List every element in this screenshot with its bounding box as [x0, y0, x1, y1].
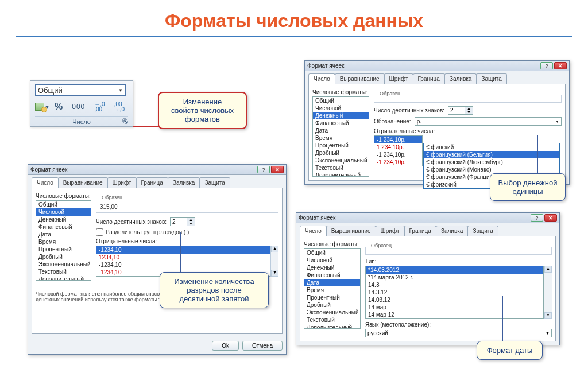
tab-protection[interactable]: Защита: [476, 73, 506, 84]
tab-font[interactable]: Шрифт: [384, 73, 413, 84]
help-button[interactable]: ?: [540, 62, 553, 69]
list-item[interactable]: Общий: [36, 201, 91, 208]
tab-font[interactable]: Шрифт: [107, 177, 137, 188]
decimals-input[interactable]: [171, 218, 187, 226]
list-item[interactable]: Текстовый: [304, 316, 360, 324]
decimals-spinner[interactable]: ▲▼: [448, 106, 473, 115]
list-item[interactable]: -1 234,10р.: [374, 136, 422, 143]
tab-protection[interactable]: Защита: [199, 177, 230, 188]
tab-fill[interactable]: Заливка: [168, 177, 200, 188]
decimals-input[interactable]: [448, 107, 465, 114]
tab-number[interactable]: Число: [32, 177, 59, 188]
close-button[interactable]: ✕: [544, 214, 557, 222]
decrease-decimal-button[interactable]: ,00→,0: [112, 100, 127, 113]
titlebar[interactable]: Формат ячеек ? ✕: [28, 165, 286, 175]
close-button[interactable]: ✕: [271, 166, 284, 173]
tab-fill[interactable]: Заливка: [444, 73, 477, 84]
list-item[interactable]: Процентный: [304, 294, 360, 301]
list-item[interactable]: Денежный: [313, 112, 369, 119]
list-item[interactable]: Числовой: [304, 257, 360, 264]
list-item[interactable]: 14 мар 12: [366, 311, 543, 318]
list-item[interactable]: 1 234,10р.: [374, 143, 422, 151]
cancel-button[interactable]: Отмена: [242, 341, 283, 351]
list-item[interactable]: 1234,10: [96, 254, 270, 261]
list-item[interactable]: 14.3.12: [366, 289, 543, 296]
thousands-checkbox[interactable]: Разделитель групп разрядов ( ): [96, 228, 278, 236]
list-item[interactable]: Процентный: [313, 142, 369, 149]
list-item[interactable]: *14 марта 2012 г.: [366, 274, 543, 281]
tab-border[interactable]: Граница: [136, 177, 168, 188]
list-item[interactable]: € французский (Бельгия): [424, 151, 559, 158]
list-item[interactable]: Процентный: [36, 246, 91, 253]
list-item[interactable]: *14.03.2012: [366, 266, 543, 274]
dialog-launcher-icon[interactable]: [122, 118, 128, 124]
spinner-down[interactable]: ▼: [465, 111, 473, 115]
increase-decimal-button[interactable]: ←,0,00: [92, 100, 107, 113]
list-item[interactable]: 14 мар: [366, 304, 543, 311]
tab-alignment[interactable]: Выравнивание: [335, 73, 385, 84]
spinner-down[interactable]: ▼: [187, 222, 195, 226]
list-item[interactable]: 14.3: [366, 281, 543, 289]
scrollbar[interactable]: ▲▼: [544, 266, 552, 319]
thousand-sep-button[interactable]: 000: [69, 102, 87, 112]
list-item[interactable]: € французский (Люксембург): [424, 158, 559, 166]
tab-fill[interactable]: Заливка: [436, 226, 469, 236]
currency-symbol-select[interactable]: р. ▼: [415, 117, 562, 126]
list-item[interactable]: -1 234,10р.: [374, 151, 422, 158]
close-button[interactable]: ✕: [554, 62, 567, 69]
list-item[interactable]: Числовой: [36, 208, 91, 216]
list-item[interactable]: Финансовый: [36, 223, 91, 231]
tab-border[interactable]: Граница: [404, 226, 436, 236]
list-item[interactable]: -1 234,10р.: [374, 158, 422, 166]
currency-button[interactable]: ▾: [35, 103, 49, 111]
list-item[interactable]: Дробный: [36, 253, 91, 261]
number-format-list[interactable]: Общий Числовой Денежный Финансовый Дата …: [36, 200, 91, 281]
number-format-dropdown[interactable]: Общий ▼: [35, 84, 126, 96]
tab-font[interactable]: Шрифт: [376, 226, 405, 236]
list-item[interactable]: Экспоненциальный: [313, 157, 369, 164]
list-item[interactable]: Текстовый: [36, 268, 91, 275]
list-item[interactable]: Дата: [313, 127, 369, 134]
list-item[interactable]: Время: [304, 286, 360, 294]
locale-select[interactable]: русский ▼: [365, 329, 552, 337]
list-item[interactable]: Время: [36, 238, 91, 246]
tab-alignment[interactable]: Выравнивание: [58, 177, 108, 188]
list-item[interactable]: Денежный: [304, 264, 360, 271]
list-item[interactable]: Дополнительный: [313, 172, 369, 177]
list-item[interactable]: 14.03.12: [366, 296, 543, 304]
titlebar[interactable]: Формат ячеек ? ✕: [296, 213, 559, 223]
list-item[interactable]: Дополнительный: [36, 275, 91, 281]
number-format-list[interactable]: Общий Числовой Денежный Финансовый Дата …: [304, 248, 361, 329]
list-item[interactable]: Экспоненциальный: [36, 261, 91, 268]
number-format-list[interactable]: Общий Числовой Денежный Финансовый Дата …: [312, 96, 369, 177]
list-item[interactable]: Дополнительный: [304, 324, 360, 329]
list-item[interactable]: Общий: [313, 97, 369, 104]
titlebar[interactable]: Формат ячеек ? ✕: [305, 61, 569, 71]
list-item[interactable]: Дата: [304, 279, 360, 286]
list-item[interactable]: € французский (Монако): [424, 166, 559, 173]
tab-number[interactable]: Число: [300, 226, 327, 236]
list-item[interactable]: Дата: [36, 231, 91, 238]
tab-alignment[interactable]: Выравнивание: [326, 226, 376, 236]
ok-button[interactable]: Ok: [212, 341, 239, 351]
list-item[interactable]: Экспоненциальный: [304, 309, 360, 316]
date-type-list[interactable]: *14.03.2012 *14 марта 2012 г. 14.3 14.3.…: [365, 266, 544, 319]
list-item[interactable]: Дробный: [304, 301, 360, 309]
tab-border[interactable]: Граница: [413, 73, 445, 84]
list-item[interactable]: € финский: [424, 143, 559, 151]
list-item[interactable]: Денежный: [36, 216, 91, 223]
list-item[interactable]: Дробный: [313, 149, 369, 157]
percent-button[interactable]: %: [52, 100, 65, 113]
list-item[interactable]: Числовой: [313, 104, 369, 112]
list-item[interactable]: -1234,10: [96, 261, 270, 269]
list-item[interactable]: -1234,10: [96, 246, 270, 254]
tab-protection[interactable]: Защита: [467, 226, 498, 236]
list-item[interactable]: Текстовый: [313, 164, 369, 172]
list-item[interactable]: Общий: [304, 249, 360, 257]
list-item[interactable]: Финансовый: [304, 271, 360, 279]
list-item[interactable]: Финансовый: [313, 119, 369, 127]
tab-number[interactable]: Число: [308, 73, 335, 84]
negative-list[interactable]: -1 234,10р. 1 234,10р. -1 234,10р. -1 23…: [374, 135, 423, 166]
help-button[interactable]: ?: [531, 214, 543, 222]
scrollbar[interactable]: ▲▼: [270, 246, 278, 277]
